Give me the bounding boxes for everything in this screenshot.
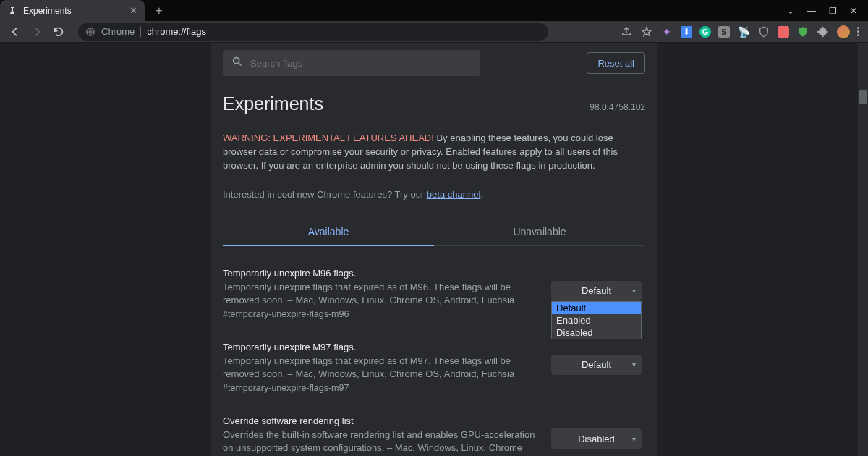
flag-description: Temporarily unexpire flags that expired … [223,355,541,381]
new-tab-button[interactable]: + [149,1,169,21]
toolbar: Chrome chrome://flags ✦ ⬇ G S 📡 [0,21,868,43]
svg-point-1 [234,58,239,64]
chevron-down-icon[interactable]: ⌄ [787,6,794,16]
s-extension-icon[interactable]: S [718,26,730,38]
forward-button[interactable] [30,25,43,38]
browser-tab[interactable]: Experiments ✕ [0,0,145,21]
maximize-icon[interactable]: ❐ [829,6,837,16]
version-label: 98.0.4758.102 [590,102,645,112]
flag-item: Override software rendering listOverride… [223,415,645,456]
reload-button[interactable] [52,25,65,38]
shield-green-icon[interactable] [796,25,809,38]
tabs: Available Unavailable [223,219,645,246]
warning-prefix: WARNING: EXPERIMENTAL FEATURES AHEAD! [223,132,434,143]
flag-dropdown[interactable]: Default [551,281,642,301]
reset-all-button[interactable]: Reset all [587,52,645,74]
flag-item: Temporarily unexpire M96 flags.Temporari… [223,268,645,320]
page-content: Reset all Experiments 98.0.4758.102 WARN… [211,43,657,456]
back-button[interactable] [9,25,22,38]
globe-icon [85,27,95,37]
search-field[interactable] [250,58,472,69]
close-window-icon[interactable]: ✕ [850,6,857,16]
avatar[interactable] [837,25,850,38]
dropdown-option[interactable]: Enabled [552,314,641,326]
flag-title: Override software rendering list [223,415,541,426]
flag-item: Temporarily unexpire M97 flags.Temporari… [223,342,645,394]
titlebar: Experiments ✕ + ⌄ — ❐ ✕ [0,0,868,21]
window-controls: ⌄ — ❐ ✕ [787,6,868,16]
scrollbar[interactable] [858,43,868,456]
grammarly-icon[interactable]: G [699,26,711,38]
flask-icon [7,6,17,16]
box-icon[interactable] [778,26,789,38]
extensions-icon[interactable] [817,25,830,38]
tower-icon[interactable]: 📡 [737,25,750,38]
minimize-icon[interactable]: — [807,6,816,16]
dropdown-option[interactable]: Disabled [552,326,641,339]
tab-unavailable[interactable]: Unavailable [434,219,645,245]
flag-dropdown[interactable]: Default [551,355,642,375]
flag-hash-link[interactable]: #temporary-unexpire-flags-m97 [223,383,349,393]
flag-title: Temporarily unexpire M97 flags. [223,342,541,352]
tab-title: Experiments [23,6,124,16]
viewport: Reset all Experiments 98.0.4758.102 WARN… [0,43,868,456]
page-title: Experiments [223,93,323,114]
download-icon[interactable]: ⬇ [681,26,692,38]
omnibox[interactable]: Chrome chrome://flags [78,23,548,41]
warning-text: WARNING: EXPERIMENTAL FEATURES AHEAD! By… [223,132,645,173]
beta-channel-link[interactable]: beta channel [427,189,480,200]
search-icon [231,56,243,70]
star-icon[interactable] [640,25,653,38]
extension-icons: ✦ ⬇ G S 📡 [620,25,859,38]
tab-available[interactable]: Available [223,219,434,246]
shield-icon[interactable] [757,25,770,38]
flag-dropdown[interactable]: Disabled [551,428,642,449]
flag-description: Overrides the built-in software renderin… [223,428,541,456]
flag-hash-link[interactable]: #temporary-unexpire-flags-m96 [223,309,349,319]
search-input[interactable] [223,50,480,76]
omnibox-url: chrome://flags [147,26,206,37]
beta-line: Interested in cool new Chrome features? … [223,189,645,200]
dropdown-option[interactable]: Default [552,302,641,314]
close-icon[interactable]: ✕ [129,5,137,16]
omnibox-scheme: Chrome [101,26,141,37]
scrollbar-thumb[interactable] [859,90,867,104]
share-icon[interactable] [620,25,633,38]
flag-description: Temporarily unexpire flags that expired … [223,281,541,307]
kebab-menu-icon[interactable] [857,27,859,36]
dropdown-menu: DefaultEnabledDisabled [551,301,642,339]
feather-icon[interactable]: ✦ [660,25,673,38]
flag-title: Temporarily unexpire M96 flags. [223,268,541,279]
